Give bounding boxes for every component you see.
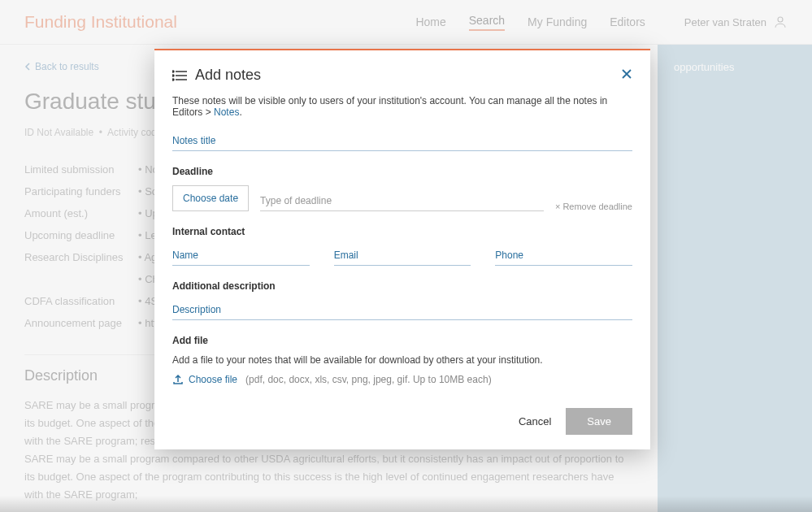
close-icon <box>621 68 632 80</box>
svg-point-4 <box>172 71 174 72</box>
list-icon <box>172 70 187 81</box>
upload-icon <box>172 374 184 385</box>
contact-name-input[interactable] <box>172 245 310 266</box>
notes-link[interactable]: Notes <box>214 106 239 118</box>
bottom-shadow <box>0 496 812 512</box>
x-icon: × <box>555 202 560 211</box>
contact-email-input[interactable] <box>334 245 471 266</box>
add-notes-modal: Add notes These notes will be visible on… <box>154 49 650 449</box>
deadline-type-input[interactable] <box>260 191 544 211</box>
cancel-button[interactable]: Cancel <box>519 415 551 427</box>
internal-contact-label: Internal contact <box>172 226 632 237</box>
close-button[interactable] <box>621 68 632 83</box>
contact-phone-input[interactable] <box>495 245 632 266</box>
notes-title-input[interactable] <box>172 131 632 151</box>
choose-date-button[interactable]: Choose date <box>172 185 249 211</box>
save-button[interactable]: Save <box>566 408 632 435</box>
svg-point-5 <box>172 75 174 76</box>
file-types-hint: (pdf, doc, docx, xls, csv, png, jpeg, gi… <box>245 374 492 385</box>
add-file-label: Add file <box>172 335 632 346</box>
add-file-hint: Add a file to your notes that will be av… <box>172 354 632 366</box>
deadline-label: Deadline <box>172 166 632 177</box>
description-input[interactable] <box>172 300 632 320</box>
additional-description-label: Additional description <box>172 280 632 292</box>
modal-title: Add notes <box>172 67 261 84</box>
choose-file-button[interactable]: Choose file <box>172 374 237 385</box>
modal-intro: These notes will be visible only to user… <box>172 95 632 118</box>
svg-point-6 <box>172 79 174 80</box>
remove-deadline-button[interactable]: × Remove deadline <box>555 202 632 211</box>
